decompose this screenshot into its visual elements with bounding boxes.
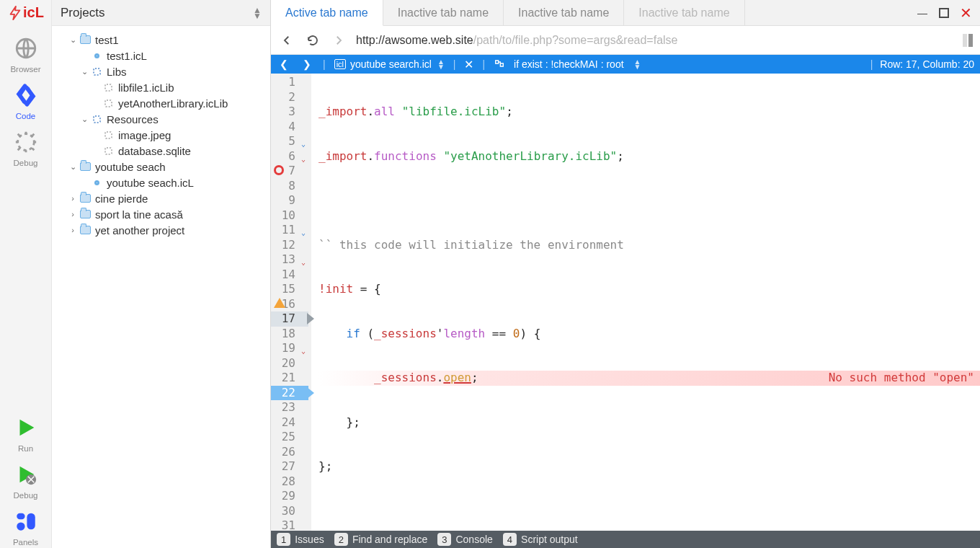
- tree-item-resources[interactable]: ⌄Resources: [55, 111, 267, 127]
- code-area[interactable]: _import.all "libfile.icLib"; _import.fun…: [311, 74, 980, 531]
- folder-icon: [80, 162, 91, 171]
- tree-item-slta[interactable]: ›sport la tine acasă: [55, 206, 267, 222]
- folder-icon: [80, 194, 91, 203]
- tab-bar: Active tab name Inactive tab name Inacti…: [271, 0, 980, 26]
- tree-item-libfile1[interactable]: libfile1.icLib: [55, 79, 267, 95]
- rail-debug-run-label: Debug: [14, 491, 38, 500]
- minimize-button[interactable]: —: [915, 6, 930, 20]
- chevron-up-down-icon[interactable]: ▲▼: [634, 59, 641, 69]
- split-view-button[interactable]: [963, 34, 973, 47]
- breadcrumb-path[interactable]: if exist : !checkMAI : root: [514, 58, 624, 70]
- tab-inactive-3[interactable]: Inactive tab name: [624, 0, 744, 25]
- current-file[interactable]: icl youtube search.icl ▲▼: [334, 58, 445, 70]
- logo-text: icL: [23, 4, 44, 21]
- status-bar: 1Issues 2Find and replace 3Console 4Scri…: [271, 531, 980, 548]
- bolt-icon: [7, 5, 23, 21]
- projects-panel: Projects ▲▼ ⌄test1 test1.icL ⌄Libs libfi…: [52, 0, 271, 548]
- warning-marker-icon: [274, 298, 285, 308]
- status-console[interactable]: 3Console: [437, 533, 493, 546]
- window-controls: — ✕: [908, 0, 980, 25]
- tree-item-cp[interactable]: ›cine pierde: [55, 190, 267, 206]
- rail-run-label: Run: [18, 444, 33, 453]
- rail-browser[interactable]: Browser: [0, 28, 51, 75]
- app-logo: icL: [7, 4, 44, 21]
- rail-debug-run[interactable]: Debug: [0, 454, 51, 501]
- close-button[interactable]: ✕: [958, 6, 973, 20]
- cursor-position: Row: 17, Columb: 20: [880, 58, 974, 70]
- lib-icon: [93, 68, 101, 76]
- lib-icon: [93, 115, 101, 123]
- status-issues[interactable]: 1Issues: [277, 533, 324, 546]
- svg-rect-6: [940, 9, 948, 17]
- file-icon: [104, 131, 112, 139]
- rail-run[interactable]: Run: [0, 407, 51, 454]
- folder-icon: [80, 210, 91, 218]
- reload-button[interactable]: [304, 32, 321, 49]
- projects-header: Projects ▲▼: [52, 0, 270, 26]
- icl-icon: [94, 53, 99, 58]
- tree-item-test1[interactable]: ⌄test1: [55, 32, 267, 48]
- file-icon: [104, 100, 112, 107]
- rail-debug-label: Debug: [14, 159, 38, 167]
- file-icon: [104, 84, 112, 92]
- status-find[interactable]: 2Find and replace: [334, 533, 428, 546]
- close-file-button[interactable]: ✕: [464, 58, 473, 71]
- chevron-up-down-icon[interactable]: ▲▼: [437, 59, 445, 69]
- svg-point-5: [17, 522, 24, 530]
- svg-rect-4: [27, 513, 35, 530]
- rail-panels-label: Panels: [13, 538, 38, 547]
- tab-inactive-1[interactable]: Inactive tab name: [383, 0, 504, 25]
- projects-tree: ⌄test1 test1.icL ⌄Libs libfile1.icLib ye…: [52, 26, 270, 241]
- rail-code[interactable]: Code: [0, 75, 51, 122]
- svg-rect-3: [17, 513, 24, 520]
- breadcrumb-bar: ❮ ❯ | icl youtube search.icl ▲▼ | ✕ | if…: [271, 55, 980, 74]
- back-button[interactable]: [278, 32, 295, 49]
- maximize-button[interactable]: [937, 6, 951, 20]
- tree-item-yal[interactable]: yetAnotherLibrary.icLib: [55, 95, 267, 111]
- tree-item-db[interactable]: database.sqlite: [55, 143, 267, 159]
- url-field[interactable]: http://awsome.web.site/path/to/file.php?…: [356, 34, 954, 47]
- play-icon: [12, 413, 40, 442]
- line-gutter[interactable]: 1 2 3 4 5⌄ 6⌄ 7 8 9 10 11⌄ 12 13⌄ 14 15 …: [271, 74, 311, 531]
- globe-icon: [12, 34, 40, 63]
- tree-icon: [494, 58, 505, 71]
- tree-item-ys[interactable]: ⌄youtube seach: [55, 159, 267, 174]
- crumb-back[interactable]: ❮: [277, 58, 291, 70]
- error-marker-icon: [274, 165, 284, 175]
- rail-debug[interactable]: Debug: [0, 122, 51, 169]
- error-message: No such method "open": [829, 371, 974, 386]
- tree-item-test1-icl[interactable]: test1.icL: [55, 48, 267, 63]
- forward-button[interactable]: [330, 32, 347, 49]
- tab-active[interactable]: Active tab name: [271, 0, 383, 26]
- tree-item-ys-icl[interactable]: youtube seach.icL: [55, 174, 267, 190]
- file-icon: [104, 147, 112, 155]
- main-area: Active tab name Inactive tab name Inacti…: [271, 0, 980, 548]
- left-rail: icL Browser Code Debug Run Debug Panels: [0, 0, 52, 548]
- crumb-forward[interactable]: ❯: [300, 58, 314, 70]
- folder-icon: [80, 35, 91, 44]
- icl-icon: [94, 180, 99, 185]
- tree-item-image[interactable]: image.jpeg: [55, 127, 267, 143]
- rail-panels[interactable]: Panels: [0, 501, 51, 548]
- code-editor[interactable]: 1 2 3 4 5⌄ 6⌄ 7 8 9 10 11⌄ 12 13⌄ 14 15 …: [271, 74, 980, 531]
- rail-code-label: Code: [16, 112, 36, 120]
- tree-item-libs[interactable]: ⌄Libs: [55, 63, 267, 79]
- bug-icon: [12, 128, 40, 156]
- icl-file-icon: icl: [334, 59, 346, 69]
- projects-title: Projects: [61, 6, 104, 20]
- tab-inactive-2[interactable]: Inactive tab name: [504, 0, 624, 25]
- sort-icon[interactable]: ▲▼: [253, 7, 262, 19]
- tree-item-yap[interactable]: ›yet another project: [55, 222, 267, 238]
- address-bar: http://awsome.web.site/path/to/file.php?…: [271, 26, 980, 55]
- svg-point-1: [17, 134, 34, 151]
- play-bug-icon: [12, 460, 40, 489]
- rail-browser-label: Browser: [10, 65, 40, 74]
- status-output[interactable]: 4Script output: [503, 533, 578, 546]
- panels-icon: [12, 507, 40, 536]
- code-icon: [12, 81, 40, 110]
- folder-icon: [80, 226, 91, 234]
